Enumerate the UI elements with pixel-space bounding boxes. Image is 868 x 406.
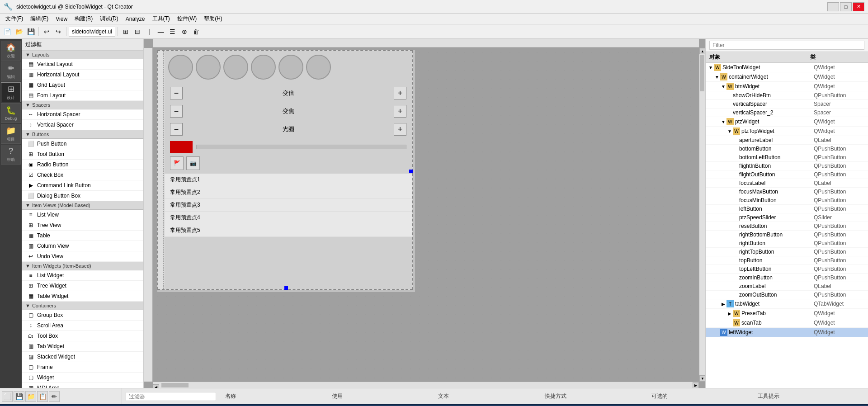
scroll-thumb[interactable] <box>700 55 704 91</box>
widget-horizontal-layout[interactable]: ▥ Horizontal Layout <box>22 70 143 80</box>
widget-form-layout[interactable]: ▤ Fom Layout <box>22 90 143 101</box>
speed-slider[interactable] <box>196 145 406 149</box>
widget-tool-box[interactable]: 🗂 Tool Box <box>22 331 143 341</box>
menu-debug[interactable]: 调试(D) <box>96 14 122 24</box>
widget-vertical-layout[interactable]: ▤ Vertical Layout <box>22 59 143 70</box>
widget-v-spacer[interactable]: ↕ Vertical Spacer <box>22 120 143 130</box>
tree-bottomButton[interactable]: bottomButton QPushButton <box>706 145 868 153</box>
tree-rightBottomButton[interactable]: rightBottomButton QPushButton <box>706 231 868 239</box>
toolbar-new[interactable]: 📄 <box>2 26 13 37</box>
flag-icon-btn[interactable]: 🚩 <box>170 156 184 170</box>
red-button[interactable] <box>170 141 193 153</box>
close-button[interactable]: ✕ <box>853 2 864 11</box>
preset-3[interactable]: 常用预置点3 <box>165 199 412 212</box>
tree-apertureLabel[interactable]: apertureLabel QLabel <box>706 136 868 145</box>
widget-tree-view[interactable]: ⊞ Tree View <box>22 220 143 231</box>
toolbar-btn-4[interactable]: ⊞ <box>120 26 131 37</box>
toolbar-open[interactable]: 📂 <box>14 26 24 37</box>
aperture-minus-btn[interactable]: − <box>170 123 183 136</box>
tree-zoomLabel[interactable]: zoomLabel QLabel <box>706 282 868 291</box>
scroll-h-thumb[interactable] <box>161 383 189 387</box>
widget-list-view[interactable]: ≡ List View <box>22 210 143 220</box>
tree-zoomInButton[interactable]: zoomInButton QPushButton <box>706 274 868 282</box>
action-btn-3[interactable]: 📁 <box>25 391 36 402</box>
minimize-button[interactable]: ─ <box>827 2 839 11</box>
bottom-filter-input[interactable] <box>126 392 216 401</box>
widget-command-link[interactable]: ▶ Command Link Button <box>22 180 143 191</box>
aperture-plus-btn[interactable]: + <box>394 123 406 136</box>
menu-file[interactable]: 文件(F) <box>2 14 27 24</box>
tree-bottomLeftButton[interactable]: bottomLeftButton QPushButton <box>706 153 868 162</box>
tree-containerWidget[interactable]: ▼ W containerWidget QWidget <box>706 72 868 82</box>
filter-input[interactable] <box>709 41 864 50</box>
toolbar-save[interactable]: 💾 <box>25 26 36 37</box>
section-buttons[interactable]: ▼ Buttons <box>22 130 143 139</box>
tree-ptzSpeedSlider[interactable]: ptzSpeedSlider QSlider <box>706 213 868 222</box>
tree-rightTopButton[interactable]: rightTopButton QPushButton <box>706 248 868 256</box>
scroll-down-btn[interactable]: ▼ <box>699 375 705 382</box>
tree-flightOutButton[interactable]: flightOutButton QPushButton <box>706 170 868 179</box>
action-btn-5[interactable]: ✏ <box>49 391 60 402</box>
tree-topLeftButton[interactable]: topLeftButton QPushButton <box>706 265 868 274</box>
section-containers[interactable]: ▼ Containers <box>22 302 143 310</box>
toolbar-btn-7[interactable]: — <box>156 26 166 37</box>
preset-2[interactable]: 常用预置点2 <box>165 186 412 199</box>
widget-scroll-area[interactable]: ↕ Scroll Area <box>22 321 143 331</box>
widget-frame[interactable]: ▢ Frame <box>22 362 143 373</box>
section-layouts[interactable]: ▼ Layouts <box>22 51 143 59</box>
menu-widgets[interactable]: 控件(W) <box>174 14 200 24</box>
tree-leftWidget[interactable]: W leftWidget QWidget <box>706 328 868 337</box>
tree-flightInButton[interactable]: flightInButton QPushButton <box>706 162 868 170</box>
tree-verticalSpacer2[interactable]: verticalSpacer_2 Spacer <box>706 109 868 117</box>
tree-ptzTopWidget[interactable]: ▼ W ptzTopWidget QWidget <box>706 127 868 136</box>
focus-plus-btn[interactable]: + <box>394 105 406 118</box>
toolbar-btn-6[interactable]: | <box>144 26 155 37</box>
widget-table-view[interactable]: ▦ Table <box>22 231 143 241</box>
widget-table-widget[interactable]: ▦ Table Widget <box>22 291 143 302</box>
widget-column-view[interactable]: ▥ Column View <box>22 241 143 251</box>
preset-5[interactable]: 常用预置点5 <box>165 224 412 237</box>
tree-verticalSpacer[interactable]: verticalSpacer Spacer <box>706 100 868 109</box>
scroll-left-btn[interactable]: ◀ <box>153 384 159 388</box>
toolbar-btn-9[interactable]: ⊕ <box>179 26 190 37</box>
scrollbar-vertical[interactable]: ▲ ▼ <box>699 48 705 382</box>
widget-radio-button[interactable]: ◉ Radio Button <box>22 160 143 170</box>
widget-push-button[interactable]: ⬜ Push Button <box>22 139 143 149</box>
design-canvas[interactable]: − 变倍 + − 变焦 + − 光圈 + <box>157 50 415 292</box>
preset-1[interactable]: 常用预置点1 <box>165 174 412 186</box>
tree-ptzWidget[interactable]: ▼ W ptzWidget QWidget <box>706 117 868 127</box>
widget-check-box[interactable]: ☑ Check Box <box>22 170 143 180</box>
menu-edit[interactable]: 编辑(E) <box>27 14 52 24</box>
scroll-right-btn[interactable]: ▶ <box>693 382 699 388</box>
zoom-minus-btn[interactable]: − <box>170 87 183 99</box>
tree-focusLabel[interactable]: focusLabel QLabel <box>706 179 868 188</box>
widget-group-box[interactable]: ▢ Group Box <box>22 310 143 321</box>
toolbar-redo[interactable]: ↪ <box>53 26 64 37</box>
toolbar-btn-10[interactable]: 🗑 <box>191 26 202 37</box>
toolbar-btn-5[interactable]: ⊟ <box>132 26 143 37</box>
tree-focusMaxButton[interactable]: focusMaxButton QPushButton <box>706 188 868 196</box>
toolbar-undo[interactable]: ↩ <box>41 26 52 37</box>
camera-icon-btn[interactable]: 📷 <box>186 156 200 170</box>
resize-handle-bottom[interactable] <box>284 286 288 290</box>
widget-undo-view[interactable]: ↩ Undo View <box>22 251 143 262</box>
widget-tab-widget[interactable]: ▥ Tab Widget <box>22 341 143 352</box>
focus-minus-btn[interactable]: − <box>170 105 183 118</box>
tree-tabWidget[interactable]: ▶ T tabWidget QTabWidget <box>706 299 868 309</box>
side-icon-project[interactable]: 📁 项目 <box>1 124 21 144</box>
tree-PresetTab[interactable]: ▶ W PresetTab QWidget <box>706 309 868 318</box>
tree-btnWidget[interactable]: ▼ W btnWidget QWidget <box>706 82 868 91</box>
side-icon-design[interactable]: ⊞ 设计 <box>1 82 21 102</box>
section-item-widgets[interactable]: ▼ Item Widgets (Item-Based) <box>22 262 143 270</box>
menu-build[interactable]: 构建(B) <box>71 14 96 24</box>
action-btn-2[interactable]: 💾 <box>14 391 24 402</box>
scrollbar-horizontal[interactable]: ◀ ▶ <box>153 382 699 388</box>
tree-resetButton[interactable]: resetButton QPushButton <box>706 222 868 231</box>
widget-stacked-widget[interactable]: ▨ Stacked Widget <box>22 352 143 362</box>
preset-4[interactable]: 常用预置点4 <box>165 212 412 224</box>
widget-h-spacer[interactable]: ↔ Horizontal Spacer <box>22 109 143 120</box>
maximize-button[interactable]: □ <box>840 2 852 11</box>
action-btn-4[interactable]: 📋 <box>37 391 48 402</box>
tree-focusMinButton[interactable]: focusMinButton QPushButton <box>706 196 868 205</box>
menu-tools[interactable]: 工具(T) <box>149 14 174 24</box>
